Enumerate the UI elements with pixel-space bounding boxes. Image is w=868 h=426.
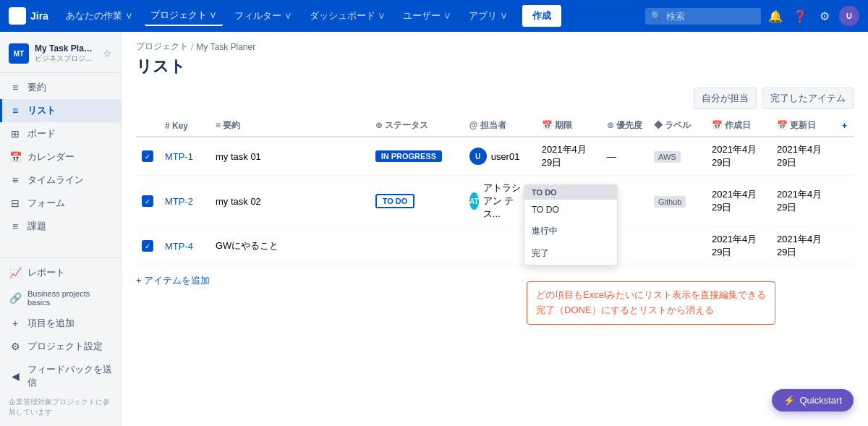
table-row: ✓ MTP-2 my task 02 TO DO AT アトラシアン テス...	[136, 176, 854, 227]
quickstart-button[interactable]: ⚡ Quickstart	[772, 389, 854, 412]
help-icon[interactable]: ❓	[790, 6, 810, 26]
row-key: MTP-4	[159, 227, 210, 265]
row-updated: 2021年4月29日	[771, 176, 836, 227]
dropdown-item-inprogress[interactable]: 進行中	[524, 220, 617, 242]
nav-projects[interactable]: プロジェクト ∨	[145, 6, 224, 26]
sidebar-item-form[interactable]: ⊟ フォーム	[0, 192, 121, 215]
sidebar-item-label: フォーム	[27, 197, 65, 210]
col-header-key: # Key	[159, 115, 210, 137]
search-box[interactable]: 🔍	[645, 8, 761, 25]
sidebar-item-add[interactable]: + 項目を追加	[0, 312, 121, 335]
breadcrumb-area: プロジェクト / My Task Planer	[122, 32, 868, 53]
row-label[interactable]: Github	[648, 176, 706, 227]
search-input[interactable]	[666, 11, 753, 22]
project-name: My Task Planer	[35, 43, 97, 54]
dropdown-item-todo[interactable]: TO DO	[524, 200, 617, 220]
updated-col-label: 📅 更新日	[777, 119, 816, 132]
main-content: プロジェクト / My Task Planer リスト 自分が担当 完了したアイ…	[122, 32, 868, 426]
sidebar-project-header: MT My Task Planer ビジネスプロジェクト ☆	[0, 38, 121, 73]
create-button[interactable]: 作成	[522, 5, 561, 27]
sidebar-item-list[interactable]: ≡ リスト	[0, 99, 121, 122]
sidebar-item-feedback[interactable]: ◀ フィードバックを送信	[0, 358, 121, 394]
star-icon[interactable]: ☆	[103, 48, 112, 59]
breadcrumb: プロジェクト / My Task Planer	[136, 41, 854, 53]
breadcrumb-current: My Task Planer	[196, 42, 255, 52]
nav-users[interactable]: ユーザー ∨	[397, 7, 457, 25]
app-logo[interactable]: Jira	[9, 7, 48, 25]
sidebar-item-timeline[interactable]: ≡ タイムライン	[0, 169, 121, 192]
sidebar-item-board[interactable]: ⊞ ボード	[0, 122, 121, 145]
row-status[interactable]: IN PROGRESS	[370, 137, 464, 176]
sidebar-item-calendar[interactable]: 📅 カレンダー	[0, 145, 121, 169]
nav-apps[interactable]: アプリ ∨	[463, 7, 514, 25]
status-badge-2[interactable]: TO DO	[375, 194, 415, 208]
row-check[interactable]: ✓	[136, 176, 159, 227]
completed-items-button[interactable]: 完了したアイテム	[762, 88, 854, 109]
annotation-line1: どの項目もExcelみたいにリスト表示を直接編集できる	[536, 288, 766, 303]
assignee-avatar-2: AT	[469, 192, 479, 210]
col-header-add[interactable]: +	[836, 115, 854, 137]
status-col-label: ⊙ ステータス	[375, 119, 428, 132]
nav-dashboards[interactable]: ダッシュボード ∨	[304, 7, 392, 25]
checkbox-1[interactable]: ✓	[142, 150, 153, 162]
row-summary[interactable]: my task 01	[210, 137, 370, 176]
notification-icon[interactable]: 🔔	[765, 6, 786, 26]
top-navigation: Jira あなたの作業 ∨ プロジェクト ∨ フィルター ∨ ダッシュボード ∨…	[0, 0, 868, 32]
sidebar-item-basics[interactable]: 🔗 Business projects basics	[0, 284, 121, 312]
user-avatar[interactable]: U	[839, 6, 859, 26]
col-header-check	[136, 115, 159, 137]
table-row: ✓ MTP-4 GWにやること 2021年5月5日 ⋀ 2021年4月29日 2…	[136, 227, 854, 265]
self-assign-button[interactable]: 自分が担当	[694, 88, 757, 109]
row-check[interactable]: ✓	[136, 227, 159, 265]
sidebar-item-label: カレンダー	[27, 150, 75, 163]
row-check[interactable]: ✓	[136, 137, 159, 176]
row-status[interactable]: TO DO	[370, 176, 464, 227]
nav-your-work[interactable]: あなたの作業 ∨	[60, 7, 139, 25]
add-icon: +	[9, 317, 22, 330]
row-status[interactable]	[370, 227, 464, 265]
annotation-box: どの項目もExcelみたいにリスト表示を直接編集できる 完了（DONE）にすると…	[527, 281, 775, 325]
row-label[interactable]: AWS	[648, 137, 706, 176]
breadcrumb-parent-link[interactable]: プロジェクト	[136, 41, 188, 53]
dropdown-item-done[interactable]: 完了	[524, 242, 617, 265]
checkbox-3[interactable]: ✓	[142, 240, 153, 252]
settings-icon[interactable]: ⚙	[814, 6, 835, 26]
row-created: 2021年4月29日	[706, 176, 771, 227]
sidebar-item-issues[interactable]: ≡ 課題	[0, 215, 121, 238]
project-icon: MT	[9, 43, 29, 64]
issues-icon: ≡	[9, 220, 22, 233]
quickstart-label: Quickstart	[799, 395, 842, 406]
sidebar-item-label: フィードバックを送信	[27, 363, 112, 389]
dropdown-header: TO DO	[524, 185, 617, 200]
breadcrumb-separator: /	[191, 42, 193, 52]
due-col-label: 📅 期限	[542, 119, 572, 132]
row-created: 2021年4月29日	[706, 227, 771, 265]
add-item-button[interactable]: + アイテムを追加	[136, 271, 210, 290]
sidebar-item-settings[interactable]: ⚙ プロジェクト設定	[0, 335, 121, 358]
dropdown-item-todo-label: TO DO	[532, 205, 559, 215]
row-summary[interactable]: GWにやること	[210, 227, 370, 265]
settings-sidebar-icon: ⚙	[9, 340, 22, 353]
status-badge-1[interactable]: IN PROGRESS	[375, 150, 442, 162]
sidebar-item-summary[interactable]: ≡ 要約	[0, 76, 121, 99]
priority-col-label: ⊙ 優先度	[607, 119, 642, 132]
nav-right-area: 🔍 🔔 ❓ ⚙ U	[645, 6, 859, 26]
task-table: # Key ≡ 要約 ⊙ ステータス @ 担当者 📅 期限	[136, 115, 854, 265]
checkbox-2[interactable]: ✓	[142, 195, 153, 207]
assignee-avatar-1: U	[469, 148, 487, 165]
jira-logo-icon	[9, 7, 26, 25]
status-dropdown: TO DO TO DO 進行中 完了	[524, 184, 618, 265]
label-badge-1: AWS	[654, 151, 681, 163]
col-header-created: 📅 作成日	[706, 115, 771, 137]
assignee-name-1: user01	[491, 151, 520, 162]
feedback-icon: ◀	[9, 370, 22, 383]
nav-filters[interactable]: フィルター ∨	[229, 7, 298, 25]
col-header-updated: 📅 更新日	[771, 115, 836, 137]
sidebar: MT My Task Planer ビジネスプロジェクト ☆ ≡ 要約 ≡ リス…	[0, 32, 122, 426]
assignee-cell-1: U user01	[469, 148, 530, 165]
created-col-label: 📅 作成日	[712, 119, 751, 132]
sidebar-item-label: リスト	[27, 104, 56, 117]
row-priority: —	[601, 137, 648, 176]
sidebar-item-reports[interactable]: 📈 レポート	[0, 261, 121, 284]
row-summary[interactable]: my task 02	[210, 176, 370, 227]
